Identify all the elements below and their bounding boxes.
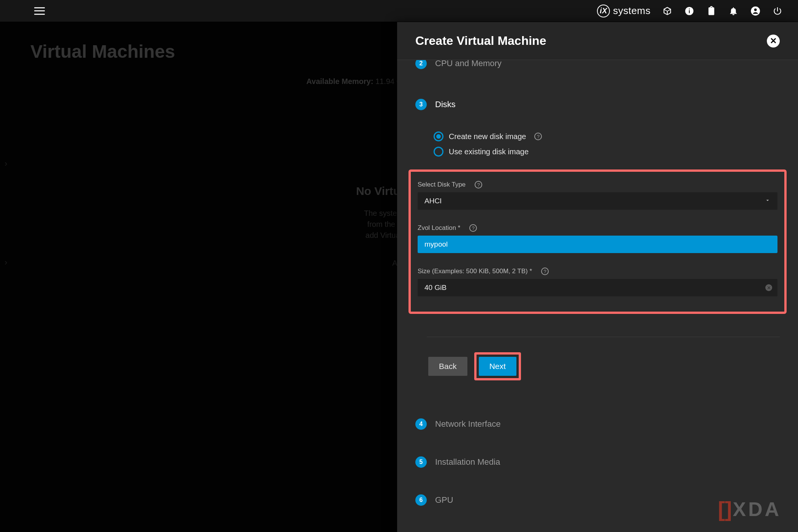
clear-icon[interactable]: ✕ — [765, 284, 772, 291]
step-number: 3 — [415, 99, 427, 110]
svg-rect-2 — [689, 8, 690, 9]
field-label: Select Disk Type — [418, 181, 466, 188]
size-input[interactable]: 40 GiB ✕ — [418, 279, 777, 296]
step-number: 4 — [415, 418, 427, 430]
clipboard-icon[interactable] — [706, 6, 717, 16]
field-disk-type: Select Disk Type ? AHCI — [418, 181, 777, 210]
panel-title: Create Virtual Machine — [415, 34, 546, 48]
wizard-buttons: Back Next — [428, 352, 780, 380]
zvol-location-input[interactable]: mypool — [418, 236, 777, 253]
cube-icon[interactable] — [662, 6, 673, 16]
input-value: 40 GiB — [424, 283, 446, 292]
radio-label: Use existing disk image — [449, 147, 529, 156]
step-label: CPU and Memory — [435, 60, 502, 68]
svg-point-4 — [754, 8, 757, 11]
menu-icon[interactable] — [34, 7, 45, 15]
radio-label: Create new disk image — [449, 132, 526, 141]
select-value: AHCI — [424, 197, 442, 205]
step-label: Network Interface — [435, 419, 500, 429]
next-button-highlight: Next — [474, 352, 521, 380]
step-installation-media[interactable]: 5 Installation Media — [415, 456, 780, 468]
disks-fields-highlight: Select Disk Type ? AHCI Zvol Location * … — [408, 169, 787, 314]
svg-rect-1 — [689, 10, 690, 13]
step-number: 2 — [415, 60, 427, 69]
brand-logo: iX systems — [597, 5, 651, 17]
watermark-text: XDA — [733, 498, 781, 521]
power-icon[interactable] — [772, 6, 783, 16]
field-size: Size (Examples: 500 KiB, 500M, 2 TB) * ?… — [418, 268, 777, 296]
input-value: mypool — [424, 240, 448, 249]
help-icon[interactable]: ? — [534, 133, 542, 140]
step-number: 6 — [415, 494, 427, 506]
help-icon[interactable]: ? — [541, 268, 549, 275]
next-button[interactable]: Next — [479, 357, 516, 376]
back-button[interactable]: Back — [428, 357, 467, 376]
radio-icon — [434, 147, 443, 157]
panel-header: Create Virtual Machine ✕ — [397, 22, 798, 60]
close-icon[interactable]: ✕ — [767, 35, 780, 48]
radio-use-existing-disk[interactable]: Use existing disk image — [434, 147, 780, 157]
chevron-right-icon: › — [5, 159, 7, 169]
chevron-right-icon: › — [5, 258, 7, 268]
top-bar: iX systems — [0, 0, 798, 22]
step-number: 5 — [415, 456, 427, 468]
radio-create-new-disk[interactable]: Create new disk image ? — [434, 131, 780, 141]
field-zvol-location: Zvol Location * ? mypool — [418, 224, 777, 253]
step-label: GPU — [435, 495, 453, 505]
available-memory-label: Available Memory: — [306, 77, 373, 86]
bracket-icon: [ ] — [718, 497, 729, 521]
info-icon[interactable] — [684, 6, 695, 16]
field-label: Size (Examples: 500 KiB, 500M, 2 TB) * — [418, 268, 532, 275]
panel-body: 2 CPU and Memory 3 Disks Create new disk… — [397, 60, 798, 532]
help-icon[interactable]: ? — [475, 181, 482, 188]
chevron-down-icon — [765, 197, 771, 205]
disk-type-select[interactable]: AHCI — [418, 192, 777, 210]
radio-icon — [434, 131, 443, 141]
xda-watermark: [ ] XDA — [718, 497, 781, 521]
step-network-interface[interactable]: 4 Network Interface — [415, 418, 780, 430]
divider — [427, 337, 780, 337]
account-icon[interactable] — [750, 6, 761, 16]
create-vm-panel: Create Virtual Machine ✕ 2 CPU and Memor… — [397, 22, 798, 532]
step-label: Disks — [435, 100, 456, 109]
help-icon[interactable]: ? — [469, 224, 477, 232]
bell-icon[interactable] — [728, 6, 739, 16]
step-label: Installation Media — [435, 457, 500, 467]
field-label: Zvol Location * — [418, 224, 460, 232]
brand-text: systems — [613, 5, 651, 17]
step-cpu-memory[interactable]: 2 CPU and Memory — [415, 60, 780, 69]
disk-source-radio-group: Create new disk image ? Use existing dis… — [434, 131, 780, 157]
step-disks[interactable]: 3 Disks — [415, 99, 780, 110]
